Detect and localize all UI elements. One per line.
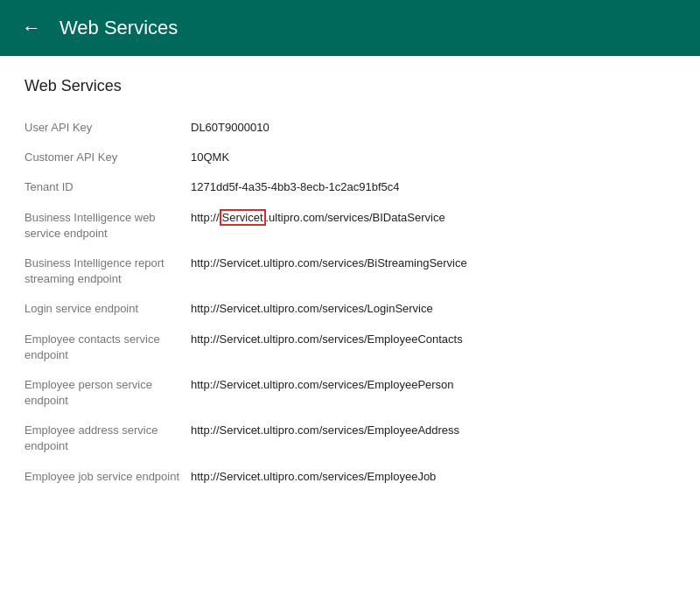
table-row: Business Intelligence report streaming e… (24, 248, 676, 294)
header-title: Web Services (60, 17, 178, 39)
table-row: User API KeyDL60T9000010 (24, 113, 676, 143)
field-value: http://Servicet.ultipro.com/services/Emp… (191, 416, 676, 461)
url-prefix: http:// (191, 211, 220, 224)
field-label: Business Intelligence report streaming e… (24, 248, 191, 294)
field-label: Business Intelligence web service endpoi… (24, 203, 191, 248)
field-value: DL60T9000010 (191, 113, 676, 143)
field-label: Employee address service endpoint (24, 416, 191, 461)
field-value: http://Servicet.ultipro.com/services/Log… (191, 294, 676, 324)
table-row: Employee person service endpointhttp://S… (24, 370, 676, 416)
page-title: Web Services (24, 77, 676, 95)
table-row: Login service endpointhttp://Servicet.ul… (24, 294, 676, 324)
table-row: Customer API Key10QMK (24, 143, 676, 172)
field-value: http://Servicet.ultipro.com/services/BiS… (191, 248, 676, 294)
field-label: Employee contacts service endpoint (24, 325, 191, 370)
table-row: Tenant ID1271dd5f-4a35-4bb3-8ecb-1c2ac91… (24, 172, 676, 202)
table-row: Employee contacts service endpointhttp:/… (24, 325, 676, 370)
field-value: http://Servicet.ultipro.com/services/BID… (191, 203, 676, 248)
highlighted-text: Servicet (220, 209, 266, 226)
back-button[interactable]: ← (18, 14, 46, 42)
url-suffix: .ultipro.com/services/BIDataService (266, 211, 445, 224)
app-header: ← Web Services (0, 0, 700, 56)
field-label: Employee job service endpoint (24, 462, 191, 492)
field-label: Tenant ID (24, 172, 191, 202)
table-row: Business Intelligence web service endpoi… (24, 203, 676, 248)
field-label: Login service endpoint (24, 294, 191, 324)
field-label: User API Key (24, 113, 191, 143)
field-value: 10QMK (191, 143, 676, 172)
table-row: Employee address service endpointhttp://… (24, 416, 676, 461)
field-value: 1271dd5f-4a35-4bb3-8ecb-1c2ac91bf5c4 (191, 172, 676, 202)
field-value: http://Servicet.ultipro.com/services/Emp… (191, 325, 676, 370)
field-value: http://Servicet.ultipro.com/services/Emp… (191, 462, 676, 492)
field-label: Employee person service endpoint (24, 370, 191, 416)
main-content: Web Services User API KeyDL60T9000010Cus… (0, 56, 700, 513)
field-label: Customer API Key (24, 143, 191, 172)
fields-table: User API KeyDL60T9000010Customer API Key… (24, 113, 676, 492)
field-value: http://Servicet.ultipro.com/services/Emp… (191, 370, 676, 416)
table-row: Employee job service endpointhttp://Serv… (24, 462, 676, 492)
